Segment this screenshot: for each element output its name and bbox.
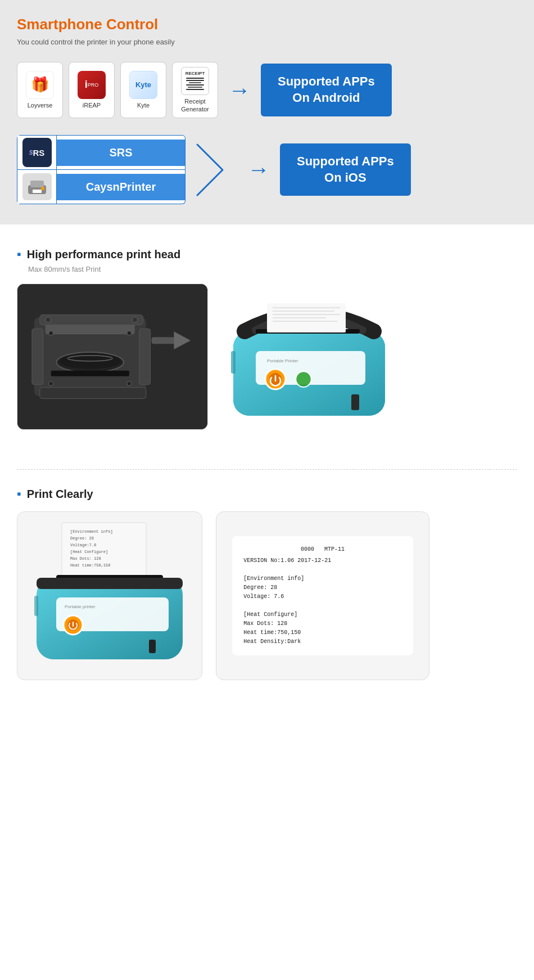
print-head-closeup — [17, 284, 208, 430]
svg-rect-12 — [40, 314, 143, 325]
ios-app-srs: SRS SRS — [17, 135, 185, 170]
android-supported-badge: Supported APPs On Android — [261, 64, 392, 116]
print-clearly-images: [Environment info] Degree: 28 Voltage:7.… — [17, 511, 517, 680]
svg-rect-2 — [33, 190, 42, 193]
svg-point-22 — [127, 381, 132, 386]
svg-text:Portable Printer: Portable Printer — [267, 358, 298, 363]
ireap-icon: iPRO — [78, 71, 106, 99]
svg-point-19 — [49, 331, 53, 335]
svg-text:Heat time:750,150: Heat time:750,150 — [70, 563, 110, 568]
svg-rect-39 — [231, 351, 236, 374]
ios-app-caysnprinter: CaysnPrinter — [17, 170, 185, 204]
svg-text:Portable printer: Portable printer — [65, 604, 96, 609]
svg-rect-16 — [40, 388, 146, 399]
app-card-kyte: Kyte Kyte — [120, 62, 166, 118]
svg-point-14 — [132, 317, 138, 322]
print-head-images: Portable Printer — [17, 284, 517, 430]
print-clearly-receipt: 0000 MTP-11 VERSION No:1.06 2017-12-21 [… — [216, 511, 429, 680]
ios-supported-badge: Supported APPs On iOS — [280, 143, 411, 196]
print-head-subtitle: Max 80mm/s fast Print — [28, 265, 517, 273]
receipt-text: 0000 MTP-11 VERSION No:1.06 2017-12-21 [… — [232, 536, 413, 655]
app-card-receipt: RECEIPT ReceiptGenerator — [172, 62, 218, 118]
svg-rect-10 — [32, 329, 43, 384]
svg-rect-55 — [149, 640, 156, 653]
svg-text:[Environment info]: [Environment info] — [70, 529, 113, 534]
android-app-row: 🎁 Loyverse iPRO iREAP Kyte Kyte RECEIPT — [17, 62, 517, 118]
title-accent: ▪ — [17, 247, 21, 262]
ios-chevron-arrow — [194, 142, 228, 198]
app-label-receipt: ReceiptGenerator — [181, 98, 209, 113]
ios-app-row: SRS SRS CaysnPrin — [17, 135, 517, 204]
app-label-loyverse: Loyverse — [28, 102, 53, 109]
title-accent2: ▪ — [17, 487, 21, 501]
svg-text:Voltage:7.8: Voltage:7.8 — [70, 543, 96, 547]
svg-point-21 — [49, 381, 53, 386]
svg-rect-15 — [51, 371, 129, 376]
srs-icon: SRS — [17, 136, 57, 169]
svg-point-13 — [46, 317, 51, 322]
svg-rect-11 — [139, 329, 151, 384]
android-apps-group: 🎁 Loyverse iPRO iREAP Kyte Kyte RECEIPT — [17, 62, 218, 118]
smartphone-section: Smartphone Control You could control the… — [0, 0, 534, 224]
features-section: ▪ High performance print head Max 80mm/s… — [0, 224, 534, 464]
caysnprinter-icon — [17, 170, 57, 204]
print-head-title: ▪ High performance print head — [17, 247, 517, 262]
print-clearly-title: ▪ Print Clearly — [17, 487, 517, 501]
ios-arrow: → — [247, 157, 270, 182]
app-label-kyte: Kyte — [137, 102, 150, 109]
print-head-feature: ▪ High performance print head Max 80mm/s… — [17, 247, 517, 430]
svg-point-20 — [127, 331, 132, 335]
svg-rect-49 — [37, 578, 183, 589]
svg-point-3 — [41, 187, 44, 190]
printer-full-view: Portable Printer — [219, 284, 399, 430]
ios-apps-group: SRS SRS CaysnPrin — [17, 135, 185, 204]
svg-rect-38 — [351, 394, 359, 410]
section-title: Smartphone Control — [17, 16, 517, 33]
svg-text:Degree: 28: Degree: 28 — [70, 536, 94, 541]
android-arrow: → — [228, 78, 251, 103]
section-divider — [17, 469, 517, 470]
print-clearly-printer: [Environment info] Degree: 28 Voltage:7.… — [17, 511, 202, 680]
svg-text:[Heat Configure]: [Heat Configure] — [70, 550, 108, 554]
section-subtitle: You could control the printer in your ph… — [17, 38, 517, 46]
svg-point-37 — [296, 371, 311, 387]
svg-rect-56 — [34, 596, 38, 616]
app-card-ireap: iPRO iREAP — [69, 62, 115, 118]
print-clearly-section: ▪ Print Clearly [Environment info] Degre… — [0, 475, 534, 703]
kyte-icon: Kyte — [129, 71, 157, 99]
app-card-loyverse: 🎁 Loyverse — [17, 62, 63, 118]
ios-caysnprinter-label: CaysnPrinter — [57, 174, 185, 200]
svg-rect-1 — [30, 181, 44, 187]
ios-srs-label: SRS — [57, 140, 185, 166]
loyverse-icon: 🎁 — [26, 71, 54, 99]
receipt-icon: RECEIPT — [181, 67, 209, 95]
svg-text:Max Dots: 128: Max Dots: 128 — [70, 556, 101, 561]
app-label-ireap: iREAP — [83, 102, 101, 109]
